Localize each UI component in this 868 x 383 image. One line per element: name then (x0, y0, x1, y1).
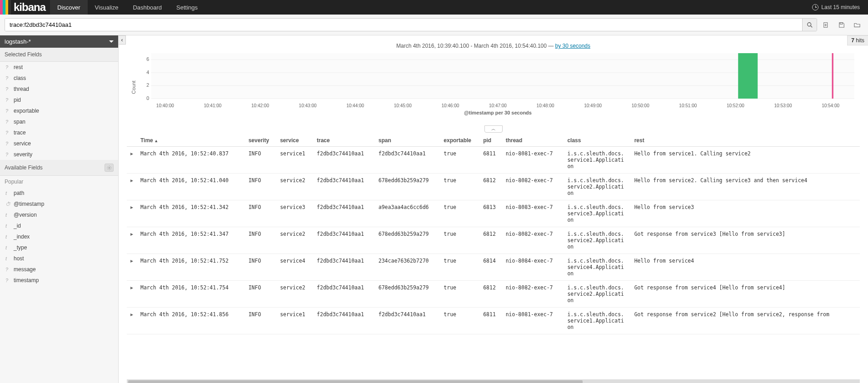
search-icon (807, 22, 813, 28)
field-rest[interactable]: ?rest (0, 62, 118, 73)
x-tick: 10:52:00 (712, 103, 759, 108)
field-exportable[interactable]: ?exportable (0, 105, 118, 116)
col-class[interactable]: class (564, 134, 630, 147)
field-@timestamp[interactable]: ⏱@timestamp (0, 199, 118, 209)
expand-row-button[interactable]: ▸ (127, 308, 137, 334)
open-search-button[interactable] (851, 18, 863, 31)
expand-row-button[interactable]: ▸ (127, 281, 137, 308)
histogram-bar[interactable] (738, 53, 758, 99)
field-@version[interactable]: t@version (0, 209, 118, 220)
selected-fields-header: Selected Fields (0, 48, 118, 62)
logo-stripes (0, 0, 11, 15)
col-thread[interactable]: thread (502, 134, 564, 147)
x-tick: 10:45:00 (379, 103, 427, 108)
collapse-sidebar-button[interactable]: ‹ (119, 35, 126, 45)
field-type-icon: ? (5, 152, 10, 157)
field-severity[interactable]: ?severity (0, 149, 118, 160)
cell-service: service2 (276, 174, 313, 200)
cell-service: service2 (276, 281, 313, 308)
col-pid[interactable]: pid (479, 134, 502, 147)
collapse-chart-button[interactable]: ︿ (484, 125, 503, 133)
field-path[interactable]: tpath (0, 188, 118, 199)
field-name: exportable (14, 108, 39, 114)
expand-row-button[interactable]: ▸ (127, 174, 137, 200)
cell-thread: nio-8082-exec-7 (502, 174, 564, 200)
svg-point-0 (807, 22, 811, 26)
cell-service: service4 (276, 254, 313, 281)
field-_id[interactable]: t_id (0, 220, 118, 231)
cell-severity: INFO (245, 308, 277, 334)
index-pattern-picker[interactable]: logstash-* (0, 35, 118, 48)
expand-row-button[interactable]: ▸ (127, 227, 137, 254)
field-name: timestamp (14, 277, 39, 284)
cell-trace: f2dbd3c74410aa1 (313, 254, 375, 281)
cell-exportable: true (440, 200, 479, 227)
field-pid[interactable]: ?pid (0, 95, 118, 105)
field-message[interactable]: ?message (0, 264, 118, 275)
field-type-icon: t (5, 234, 10, 239)
col-service[interactable]: service (276, 134, 313, 147)
interval-link[interactable]: by 30 seconds (555, 43, 590, 49)
field-type-icon: ? (5, 119, 10, 124)
field-_type[interactable]: t_type (0, 242, 118, 253)
x-tick: 10:51:00 (664, 103, 712, 108)
time-picker[interactable]: Last 15 minutes (812, 0, 868, 15)
field-type-icon: ? (5, 97, 10, 103)
search-button[interactable] (802, 19, 817, 31)
field-thread[interactable]: ?thread (0, 84, 118, 95)
cell-rest: Got response from service4 [Hello from s… (631, 281, 860, 308)
new-search-button[interactable] (820, 18, 833, 31)
save-search-button[interactable] (835, 18, 848, 31)
field-class[interactable]: ?class (0, 73, 118, 84)
cell-thread: nio-8083-exec-7 (502, 200, 564, 227)
nav-tab-discover[interactable]: Discover (50, 0, 88, 15)
field-type-icon: t (5, 212, 10, 218)
field-name: pid (14, 97, 21, 103)
cell-severity: INFO (245, 227, 277, 254)
field-name: message (14, 266, 36, 273)
cell-span: 678edd63b259a279 (375, 281, 440, 308)
svg-rect-5 (840, 22, 843, 24)
search-input[interactable] (5, 19, 802, 31)
nav-tab-settings[interactable]: Settings (169, 0, 205, 15)
col-span[interactable]: span (375, 134, 440, 147)
x-tick: 10:54:00 (807, 103, 854, 108)
histogram-bar[interactable] (832, 53, 833, 99)
expand-row-button[interactable]: ▸ (127, 200, 137, 227)
col-rest[interactable]: rest (631, 134, 860, 147)
field-timestamp[interactable]: ?timestamp (0, 275, 118, 286)
cell-thread: nio-8084-exec-7 (502, 254, 564, 281)
app-logo: kibana (11, 0, 50, 15)
clock-icon (812, 4, 818, 10)
cell-thread: nio-8082-exec-7 (502, 227, 564, 254)
cell-span: f2dbd3c74410aa1 (375, 308, 440, 334)
hits-count: 7 hits (847, 35, 868, 45)
cell-trace: f2dbd3c74410aa1 (313, 281, 375, 308)
histogram-chart[interactable]: Count 0246 10:40:0010:41:0010:42:0010:43… (119, 51, 868, 124)
expand-row-button[interactable]: ▸ (127, 147, 137, 174)
col-exportable[interactable]: exportable (440, 134, 479, 147)
field-trace[interactable]: ?trace (0, 127, 118, 138)
nav-tab-dashboard[interactable]: Dashboard (125, 0, 169, 15)
col-trace[interactable]: trace (313, 134, 375, 147)
field-span[interactable]: ?span (0, 116, 118, 127)
expand-row-button[interactable]: ▸ (127, 254, 137, 281)
cell-rest: Hello from service1. Calling service2 (631, 147, 860, 174)
field-name: rest (14, 64, 23, 70)
svg-text:6: 6 (146, 57, 149, 62)
horizontal-scrollbar[interactable] (127, 379, 860, 383)
field-host[interactable]: thost (0, 253, 118, 264)
field-filter-button[interactable] (105, 164, 114, 172)
cell-rest: Got response from service2 [Hello from s… (631, 308, 860, 334)
field-service[interactable]: ?service (0, 138, 118, 149)
cell-thread: nio-8081-exec-7 (502, 308, 564, 334)
cell-time: March 4th 2016, 10:52:40.837 (137, 147, 245, 174)
table-row: ▸March 4th 2016, 10:52:41.856INFOservice… (127, 308, 860, 334)
nav-tab-visualize[interactable]: Visualize (88, 0, 126, 15)
col-severity[interactable]: severity (245, 134, 277, 147)
field-_index[interactable]: t_index (0, 231, 118, 242)
search-bar-row (0, 15, 868, 35)
top-navbar: kibana DiscoverVisualizeDashboardSetting… (0, 0, 868, 15)
table-row: ▸March 4th 2016, 10:52:41.040INFOservice… (127, 174, 860, 200)
col-time[interactable]: Time (137, 134, 245, 147)
